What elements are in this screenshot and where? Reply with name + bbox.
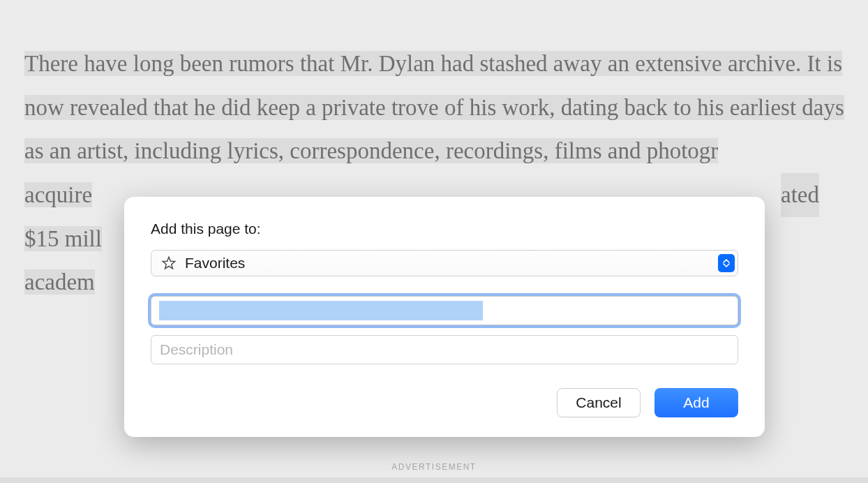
folder-dropdown-value: Favorites	[185, 255, 718, 272]
add-bookmark-dialog: Add this page to: Favorites Bob Dylan's …	[124, 197, 765, 437]
bookmark-title-input[interactable]	[151, 296, 738, 325]
title-input-wrapper: Bob Dylan's Secret Archive - The New Yor…	[151, 296, 738, 325]
dialog-button-row: Cancel Add	[151, 388, 738, 417]
add-button[interactable]: Add	[654, 388, 738, 417]
bookmark-description-input[interactable]	[151, 335, 738, 364]
dialog-label: Add this page to:	[151, 221, 738, 237]
chevron-up-down-icon	[718, 254, 735, 272]
cancel-button[interactable]: Cancel	[557, 388, 641, 417]
folder-dropdown[interactable]: Favorites	[151, 250, 738, 276]
star-icon	[161, 255, 177, 271]
